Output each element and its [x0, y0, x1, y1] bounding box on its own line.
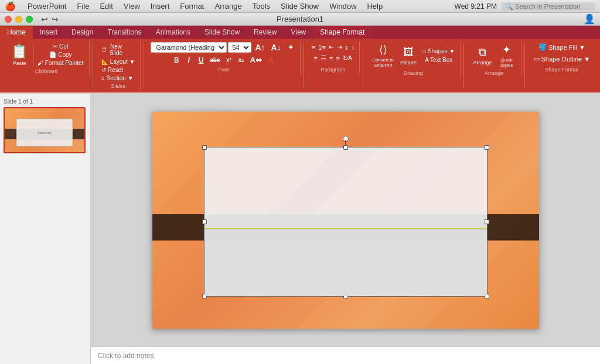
user-icon[interactable]: 👤	[584, 13, 595, 25]
clipboard-label: Clipboard	[35, 67, 58, 74]
italic-button[interactable]: I	[183, 56, 195, 65]
arrange-label: Arrange	[485, 69, 503, 76]
para-row2: ≡ ☰ ≡ ≡ ↻A	[313, 53, 354, 63]
text-box-button[interactable]: A Text Box	[421, 56, 456, 64]
handle-tr[interactable]	[485, 145, 489, 150]
layout-button[interactable]: 📐 Layout ▼	[100, 58, 137, 66]
menu-help[interactable]: Help	[362, 1, 387, 11]
text-direction-button[interactable]: ↻A	[342, 53, 353, 63]
new-slide-button[interactable]: 🗒 NewSlide	[100, 42, 125, 57]
paragraph-group: ≡ 1≡ ⇤ ⇥ ⫾ ↕ ≡ ☰ ≡ ≡ ↻A Paragraph	[307, 41, 360, 74]
underline-button[interactable]: U	[195, 56, 207, 65]
columns-button[interactable]: ⫾	[344, 42, 350, 52]
tab-design[interactable]: Design	[64, 26, 100, 39]
menu-slideshow[interactable]: Slide Show	[276, 1, 323, 11]
subscript-button[interactable]: x₂	[235, 56, 247, 64]
cut-button[interactable]: ✂ Cut	[36, 43, 86, 50]
spotlight-search[interactable]	[502, 2, 595, 11]
font-increase-button[interactable]: A↑	[253, 42, 267, 53]
tab-animations[interactable]: Animations	[149, 26, 197, 39]
bold-button[interactable]: B	[171, 56, 182, 65]
handle-mr[interactable]	[485, 219, 489, 224]
clear-format-button[interactable]: ✦	[285, 43, 296, 52]
menu-tools[interactable]: Tools	[248, 1, 275, 11]
editor-area: Click to add notes Slide 1 of 1 English …	[91, 94, 600, 364]
picture-label: Picture	[400, 60, 417, 66]
shape-outline-label: Shape Outline ▼	[541, 56, 591, 63]
arrange-button[interactable]: ⧉ Arrange	[471, 45, 494, 67]
justify-button[interactable]: ≡	[335, 53, 340, 63]
font-row-1: Garamond (Headings) 54 A↑ A↓ ✦	[151, 42, 296, 53]
undo-button[interactable]: ↩	[40, 15, 49, 24]
drawing-content: ⟨⟩ Convert toSmartArt 🖼 Picture □ Shapes…	[370, 42, 456, 69]
arrange-content: ⧉ Arrange ✦ QuickStyles	[471, 42, 517, 69]
ribbon-tabs: Home Insert Design Transitions Animation…	[0, 26, 600, 39]
slide-textbox[interactable]	[204, 147, 488, 297]
align-left-button[interactable]: ≡	[313, 53, 319, 63]
font-content: Garamond (Headings) 54 A↑ A↓ ✦ B I U abc…	[151, 42, 296, 66]
tab-transitions[interactable]: Transitions	[100, 26, 148, 39]
format-painter-button[interactable]: 🖌 Format Painter	[36, 59, 86, 67]
tab-insert[interactable]: Insert	[33, 26, 64, 39]
shape-outline-button[interactable]: ▭ Shape Outline ▼	[531, 54, 593, 64]
line-spacing-button[interactable]: ↕	[350, 42, 356, 52]
strikethrough-button[interactable]: abc	[207, 56, 222, 64]
slide-canvas[interactable]	[152, 112, 539, 329]
shape-fill-button[interactable]: 🪣 Shape Fill ▼	[536, 42, 588, 52]
handle-tm[interactable]	[343, 145, 348, 150]
slide-canvas-wrapper	[91, 94, 600, 346]
title-bar: ↩ ↪ Presentation1 👤	[0, 13, 600, 26]
increase-indent-button[interactable]: ⇥	[336, 42, 343, 52]
drawing-label: Drawing	[404, 69, 423, 76]
tab-slideshow[interactable]: Slide Show	[197, 26, 247, 39]
tab-home[interactable]: Home	[0, 26, 33, 39]
menu-view[interactable]: View	[119, 1, 145, 11]
section-button[interactable]: ≡ Section ▼	[100, 74, 135, 82]
text-spacing-button[interactable]: A⇔	[247, 55, 264, 65]
minimize-button[interactable]	[15, 16, 22, 23]
paragraph-label: Paragraph	[321, 66, 345, 73]
paste-button[interactable]: 📋 Paste	[7, 42, 32, 67]
menu-powerpoint[interactable]: PowerPoint	[23, 1, 71, 11]
reset-button[interactable]: ↺ Reset	[100, 66, 125, 74]
convert-smartart-button[interactable]: ⟨⟩ Convert toSmartArt	[370, 42, 396, 69]
font-color-button[interactable]: A	[265, 55, 277, 65]
tab-review[interactable]: Review	[247, 26, 284, 39]
quick-styles-button[interactable]: ✦ QuickStyles	[496, 42, 517, 69]
numbering-button[interactable]: 1≡	[317, 42, 327, 52]
handle-ml[interactable]	[202, 219, 207, 224]
menu-edit[interactable]: Edit	[95, 1, 117, 11]
superscript-button[interactable]: x²	[223, 56, 234, 64]
clipboard-options: ✂ Cut 📄 Copy 🖌 Format Painter	[33, 43, 86, 67]
font-family-select[interactable]: Garamond (Headings)	[151, 42, 227, 53]
apple-menu[interactable]: 🍎	[5, 1, 16, 12]
copy-button[interactable]: 📄 Copy	[36, 51, 86, 59]
menu-insert[interactable]: Insert	[146, 1, 175, 11]
tab-shape-format[interactable]: Shape Format	[313, 26, 371, 39]
shape-fill-icon: 🪣	[538, 43, 547, 51]
main-area: Slide 1 of 1 Lorem.org	[0, 94, 600, 364]
font-decrease-button[interactable]: A↓	[269, 42, 284, 53]
sep4	[363, 43, 363, 88]
notes-bar[interactable]: Click to add notes	[91, 346, 600, 364]
close-button[interactable]	[5, 16, 12, 23]
redo-button[interactable]: ↪	[50, 15, 60, 24]
menu-format[interactable]: Format	[175, 1, 209, 11]
shapes-button[interactable]: □ Shapes ▼	[421, 47, 456, 55]
align-right-button[interactable]: ≡	[328, 53, 334, 63]
shape-outline-icon: ▭	[534, 55, 540, 63]
bullets-button[interactable]: ≡	[311, 42, 316, 52]
font-size-select[interactable]: 54	[228, 42, 251, 53]
fullscreen-button[interactable]	[26, 16, 33, 23]
decrease-indent-button[interactable]: ⇤	[328, 42, 335, 52]
traffic-lights	[5, 16, 33, 23]
picture-button[interactable]: 🖼 Picture	[398, 45, 419, 67]
menu-window[interactable]: Window	[325, 1, 361, 11]
tab-view[interactable]: View	[284, 26, 313, 39]
slide-dark-bar-right	[483, 214, 539, 241]
align-center-button[interactable]: ☰	[319, 53, 328, 63]
menu-file[interactable]: File	[72, 1, 94, 11]
menu-arrange[interactable]: Arrange	[210, 1, 246, 11]
slide-thumbnail[interactable]: Lorem.org	[4, 107, 86, 153]
handle-tl[interactable]	[202, 145, 207, 150]
